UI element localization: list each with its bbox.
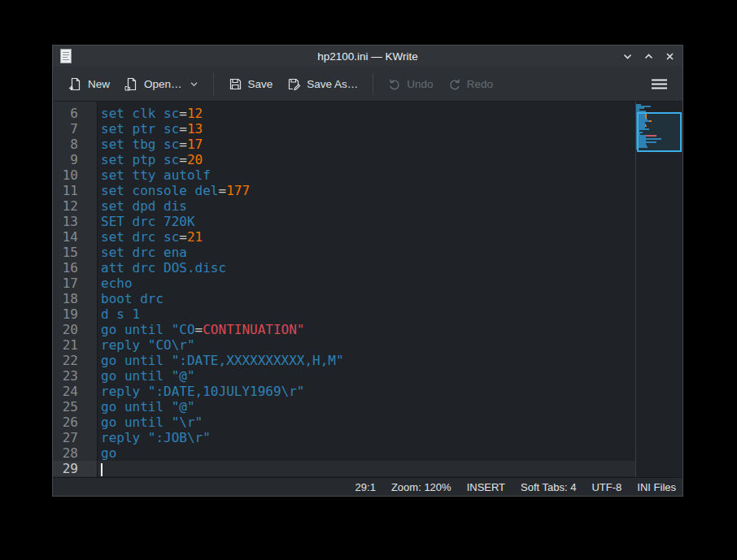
maximize-button[interactable] [642, 50, 655, 63]
code-segment: boot drc [101, 291, 164, 306]
code-line[interactable] [98, 461, 635, 476]
code-line[interactable]: reply "CO\r" [98, 337, 635, 353]
code-line[interactable]: go until "\r" [98, 415, 635, 430]
code-segment: att drc DOS.disc [101, 260, 226, 276]
insert-mode[interactable]: INSERT [467, 481, 505, 493]
undo-button-label: Undo [407, 78, 433, 90]
code-line[interactable]: set ptp sc=20 [98, 152, 635, 167]
code-line[interactable]: boot drc [98, 291, 635, 306]
code-segment: = [219, 183, 227, 198]
line-number-gutter[interactable]: 6789101112131415161718192021222324252627… [53, 102, 98, 477]
line-number: 15 [53, 245, 97, 260]
code-segment: set tty autolf [101, 167, 211, 183]
line-number: 21 [53, 337, 97, 353]
toolbar: New Open… Save Save As… [53, 67, 682, 102]
undo-button[interactable]: Undo [381, 72, 440, 95]
line-number: 24 [53, 384, 97, 399]
kwrite-window: hp2100.ini — KWrite New [52, 45, 683, 497]
code-segment: d s 1 [101, 306, 140, 322]
code-line[interactable]: reply ":JOB\r" [98, 430, 635, 445]
code-segment: reply "CO\r" [101, 337, 195, 353]
code-line[interactable]: go until "CO=CONTINUATION" [98, 322, 635, 337]
save-as-button[interactable]: Save As… [280, 72, 365, 96]
open-button-label: Open… [144, 78, 182, 90]
code-segment: 12 [187, 106, 203, 121]
code-segment: go until "@" [101, 368, 195, 384]
code-line[interactable]: go [98, 445, 635, 461]
titlebar[interactable]: hp2100.ini — KWrite [53, 46, 682, 67]
code-segment: set dpd dis [101, 198, 187, 214]
close-icon [665, 51, 675, 62]
line-number: 12 [53, 198, 97, 214]
scrollbar-minimap[interactable] [635, 102, 682, 477]
line-number: 14 [53, 229, 97, 245]
hamburger-menu-icon [651, 78, 668, 90]
code-line[interactable]: d s 1 [98, 306, 635, 322]
code-segment: go until "CO [101, 322, 195, 337]
code-line[interactable]: reply ":DATE,10JULY1969\r" [98, 384, 635, 399]
code-line[interactable]: SET drc 720K [98, 214, 635, 229]
code-line[interactable]: set console del=177 [98, 183, 635, 198]
text-cursor [101, 463, 102, 476]
code-line[interactable]: set ptr sc=13 [98, 121, 635, 137]
code-line[interactable]: set dpd dis [98, 198, 635, 214]
code-segment: = [179, 121, 187, 137]
highlight-mode[interactable]: INI Files [637, 481, 676, 493]
encoding[interactable]: UTF-8 [591, 481, 621, 493]
line-number: 22 [53, 353, 97, 368]
code-line[interactable]: set drc ena [98, 245, 635, 260]
code-segment: 177 [226, 183, 250, 198]
code-segment: = [195, 322, 203, 337]
code-line[interactable]: att drc DOS.disc [98, 260, 635, 276]
code-segment: 20 [187, 152, 203, 167]
code-line[interactable]: set clk sc=12 [98, 106, 635, 121]
code-line[interactable]: set drc sc=21 [98, 229, 635, 245]
code-area[interactable]: set clk sc=12set ptr sc=13set tbg sc=17s… [98, 102, 635, 477]
code-segment: 17 [187, 137, 203, 152]
save-icon [229, 77, 242, 91]
window-title: hp2100.ini — KWrite [53, 50, 682, 63]
code-segment: go until "@" [101, 399, 195, 415]
menu-button[interactable] [644, 73, 674, 95]
code-segment: = [179, 137, 187, 152]
code-line[interactable]: go until ":DATE,XXXXXXXXXX,H,M" [98, 353, 635, 368]
line-number: 27 [53, 430, 97, 445]
line-number: 11 [53, 183, 97, 198]
cursor-position[interactable]: 29:1 [355, 481, 376, 493]
line-number: 28 [53, 445, 97, 461]
code-segment: go [101, 445, 116, 461]
code-segment: go until "\r" [101, 415, 203, 430]
minimize-button[interactable] [621, 50, 634, 63]
save-button-label: Save [248, 78, 273, 90]
line-number: 23 [53, 368, 97, 384]
code-segment: reply ":DATE,10JULY1969\r" [101, 384, 304, 399]
toolbar-separator [373, 72, 373, 95]
code-line[interactable]: set tty autolf [98, 167, 635, 183]
line-number: 18 [53, 291, 97, 306]
code-line[interactable]: echo [98, 276, 635, 291]
line-number: 13 [53, 214, 97, 229]
code-segment: go until ":DATE,XXXXXXXXXX,H,M" [101, 353, 344, 368]
save-as-button-label: Save As… [307, 78, 358, 90]
undo-icon [388, 77, 401, 90]
code-line[interactable]: go until "@" [98, 399, 635, 415]
code-segment: set tbg sc [101, 137, 179, 152]
code-line[interactable]: go until "@" [98, 368, 635, 384]
new-document-icon [68, 77, 82, 91]
close-button[interactable] [663, 50, 676, 63]
new-button-label: New [88, 78, 110, 90]
line-number: 20 [53, 322, 97, 337]
code-segment: set clk sc [101, 106, 179, 121]
tab-mode[interactable]: Soft Tabs: 4 [521, 481, 576, 493]
open-button[interactable]: Open… [117, 72, 206, 96]
minimap-viewport[interactable] [637, 112, 682, 152]
code-segment: set ptr sc [101, 121, 179, 137]
code-line[interactable]: set tbg sc=17 [98, 137, 635, 152]
new-button[interactable]: New [61, 72, 117, 96]
redo-button[interactable]: Redo [441, 72, 500, 95]
zoom-level[interactable]: Zoom: 120% [391, 481, 451, 493]
code-segment: SET drc 720K [101, 214, 195, 229]
save-button[interactable]: Save [221, 72, 281, 96]
code-segment: CONTINUATION" [203, 322, 304, 337]
statusbar: 29:1Zoom: 120%INSERTSoft Tabs: 4UTF-8INI… [53, 477, 682, 496]
